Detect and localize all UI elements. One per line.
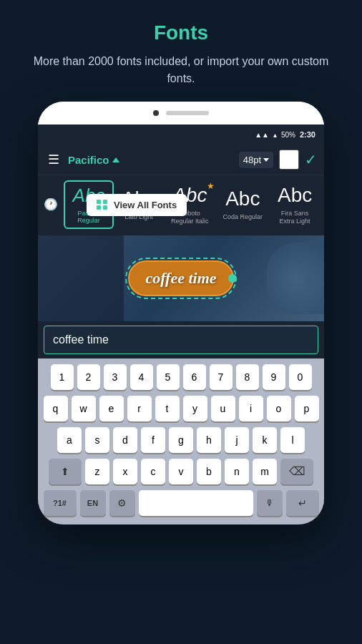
key-row-2: a s d f g h j k l [41,427,321,453]
key-a[interactable]: a [57,427,82,453]
key-3[interactable]: 3 [104,364,127,390]
text-badge: coffee time [128,260,233,296]
toolbar: ☰ Pacifico 48pt ✓ [38,145,324,175]
key-r[interactable]: r [127,396,152,421]
phone-screen: ▲▲ ▴ 50% 2:30 ☰ Pacifico 48pt ✓ 🕐 [38,125,324,525]
key-0[interactable]: 0 [289,364,312,390]
handle-dot[interactable] [228,274,237,283]
history-button[interactable]: 🕐 [38,195,64,214]
key-j[interactable]: j [225,427,249,453]
language-key[interactable]: EN [80,490,106,516]
enter-key[interactable]: ↵ [286,490,319,516]
key-m[interactable]: m [253,459,277,484]
key-4[interactable]: 4 [130,364,153,390]
key-row-1: q w e r t y u i o p [41,396,321,421]
font-row-wrapper: 🕐 Abc PacificoRegular Abc Lato Light Abc… [38,175,324,230]
view-all-fonts-button[interactable]: View All Fonts [87,194,187,216]
key-s[interactable]: s [85,427,109,453]
key-l[interactable]: l [280,427,305,453]
key-d[interactable]: d [113,427,137,453]
coffee-cup-bg [267,243,324,314]
key-1[interactable]: 1 [51,364,74,390]
text-element-container[interactable]: coffee time [128,260,233,296]
key-q[interactable]: q [44,396,68,421]
key-y[interactable]: y [183,396,207,421]
key-9[interactable]: 9 [263,364,285,390]
font-size-selector[interactable]: 48pt [239,152,273,168]
status-time: 2:30 [300,130,315,139]
key-row-bottom: ?1# EN ⚙ 🎙 ↵ [41,490,321,516]
status-bar: ▲▲ ▴ 50% 2:30 [38,125,324,145]
number-row: 1 2 3 4 5 6 7 8 9 0 [41,364,321,390]
key-x[interactable]: x [113,459,137,484]
font-item-coda[interactable]: Abc Coda Regular [216,183,270,225]
key-w[interactable]: w [72,396,96,421]
key-u[interactable]: u [211,396,235,421]
font-preview: Abc [278,184,312,207]
wifi-icon: ▴ [273,131,277,139]
header-section: Fonts More than 2000 fonts included, or … [0,0,362,102]
key-e[interactable]: e [99,396,124,421]
page-subtitle: More than 2000 fonts included, or import… [29,53,333,87]
key-5[interactable]: 5 [157,364,180,390]
key-g[interactable]: g [169,427,193,453]
color-picker[interactable] [279,150,299,170]
key-row-3: ⬆ z x c v b n m ⌫ [41,459,321,484]
star-icon: ★ [207,181,215,191]
key-o[interactable]: o [267,396,291,421]
mic-key[interactable]: 🎙 [257,490,283,516]
text-input[interactable] [53,333,309,346]
key-v[interactable]: v [169,459,193,484]
phone-frame: ▲▲ ▴ 50% 2:30 ☰ Pacifico 48pt ✓ 🕐 [38,102,324,525]
font-label: Coda Regular [223,213,263,221]
shift-key[interactable]: ⬆ [49,459,82,484]
key-7[interactable]: 7 [210,364,233,390]
text-input-area [44,326,318,354]
key-f[interactable]: f [141,427,165,453]
phone-speaker [166,111,209,115]
key-k[interactable]: k [253,427,277,453]
space-key[interactable] [139,490,253,516]
grid-icon [97,200,108,210]
font-name-selector[interactable]: Pacifico [68,154,233,166]
confirm-button[interactable]: ✓ [305,151,317,168]
key-c[interactable]: c [141,459,165,484]
backspace-key[interactable]: ⌫ [280,459,313,484]
phone-camera [153,110,159,116]
key-2[interactable]: 2 [77,364,100,390]
key-p[interactable]: p [295,396,319,421]
key-h[interactable]: h [197,427,221,453]
battery-indicator: 50% [281,131,295,139]
key-b[interactable]: b [197,459,221,484]
key-z[interactable]: z [85,459,109,484]
font-dropdown-arrow [112,157,119,162]
key-n[interactable]: n [225,459,249,484]
phone-top-bar [38,102,324,125]
page-title: Fonts [29,21,333,44]
font-item-fira[interactable]: Abc Fira SansExtra Light [270,180,320,230]
key-i[interactable]: i [239,396,263,421]
keyboard: 1 2 3 4 5 6 7 8 9 0 q w e r t y u i [38,358,324,525]
size-dropdown-arrow [263,158,269,162]
signal-icon: ▲▲ [255,131,269,139]
key-8[interactable]: 8 [236,364,259,390]
settings-key[interactable]: ⚙ [109,490,135,516]
menu-button[interactable]: ☰ [45,149,62,170]
key-6[interactable]: 6 [183,364,206,390]
symbols-key[interactable]: ?1# [44,490,77,516]
font-preview: Abc [225,187,260,210]
key-t[interactable]: t [155,396,180,421]
font-label: Fira SansExtra Light [280,210,310,225]
canvas-area: coffee time [38,235,324,321]
